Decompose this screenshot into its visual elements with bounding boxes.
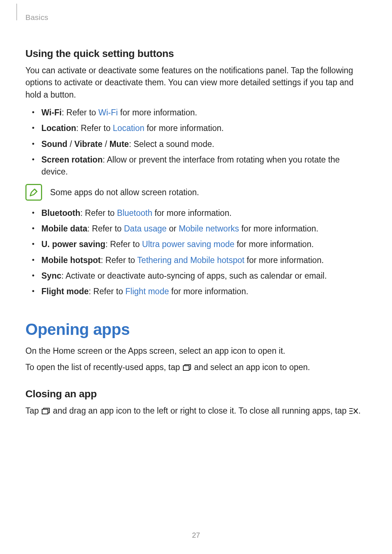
list-item: Sync: Activate or deactivate auto-syncin…: [40, 270, 367, 282]
chapter-name: Basics: [25, 13, 367, 22]
item-label: Flight mode: [41, 287, 89, 296]
recent-apps-icon: [41, 406, 50, 414]
item-label: Vibrate: [74, 139, 103, 149]
text-fragment: .: [358, 406, 360, 415]
item-label: Mute: [109, 139, 129, 149]
text-fragment: Tap: [25, 406, 41, 415]
svg-rect-1: [42, 409, 48, 414]
opening-apps-p1: On the Home screen or the Apps screen, s…: [25, 345, 367, 357]
list-item: Sound / Vibrate / Mute: Select a sound m…: [40, 138, 367, 150]
item-label: U. power saving: [41, 239, 105, 249]
item-text: /: [68, 139, 74, 149]
recent-apps-icon: [182, 363, 192, 371]
list-item: Mobile hotspot: Refer to Tethering and M…: [40, 254, 367, 266]
note-callout: Some apps do not allow screen rotation.: [25, 184, 367, 201]
item-text: : Refer to: [87, 224, 124, 233]
item-label: Location: [41, 123, 76, 133]
item-label: Wi-Fi: [41, 108, 62, 117]
link-data-usage[interactable]: Data usage: [124, 224, 167, 233]
item-label: Bluetooth: [41, 208, 80, 218]
close-all-icon: [349, 406, 358, 414]
list-item: Screen rotation: Allow or prevent the in…: [40, 154, 367, 178]
item-text: for more information.: [244, 255, 324, 265]
closing-app-p1: Tap and drag an app icon to the left or …: [25, 405, 367, 417]
item-label: Sound: [41, 139, 68, 149]
svg-rect-0: [183, 366, 189, 370]
text-fragment: To open the list of recently-used apps, …: [25, 362, 182, 372]
item-label: Mobile hotspot: [41, 255, 101, 265]
list-item: Bluetooth: Refer to Bluetooth for more i…: [40, 207, 367, 219]
item-text: for more information.: [234, 239, 314, 249]
heading-quick-settings: Using the quick setting buttons: [25, 48, 367, 59]
link-flight-mode[interactable]: Flight mode: [125, 287, 169, 296]
note-pen-icon: [25, 184, 42, 201]
item-text: : Refer to: [76, 123, 113, 133]
item-text: or: [167, 224, 179, 233]
list-item: Mobile data: Refer to Data usage or Mobi…: [40, 223, 367, 235]
list-item: Wi-Fi: Refer to Wi-Fi for more informati…: [40, 107, 367, 119]
link-mobile-networks[interactable]: Mobile networks: [179, 224, 239, 233]
intro-paragraph: You can activate or deactivate some feat…: [25, 65, 367, 101]
link-wifi[interactable]: Wi-Fi: [98, 108, 118, 117]
header-divider: [16, 4, 17, 20]
item-text: for more information.: [169, 287, 248, 296]
item-label: Mobile data: [41, 224, 87, 233]
heading-closing-app: Closing an app: [25, 388, 367, 400]
quick-settings-list-2: Bluetooth: Refer to Bluetooth for more i…: [25, 207, 367, 298]
link-location[interactable]: Location: [113, 123, 144, 133]
list-item: Location: Refer to Location for more inf…: [40, 122, 367, 134]
list-item: U. power saving: Refer to Ultra power sa…: [40, 238, 367, 250]
text-fragment: and select an app icon to open.: [192, 362, 310, 372]
page-number: 27: [0, 531, 392, 539]
item-text: for more information.: [152, 208, 232, 218]
item-text: for more information.: [144, 123, 224, 133]
item-text: : Refer to: [89, 287, 125, 296]
opening-apps-p2: To open the list of recently-used apps, …: [25, 361, 367, 373]
item-text: : Activate or deactivate auto-syncing of…: [61, 271, 327, 280]
item-text: : Refer to: [62, 108, 98, 117]
link-tethering-hotspot[interactable]: Tethering and Mobile hotspot: [137, 255, 244, 265]
link-bluetooth[interactable]: Bluetooth: [117, 208, 152, 218]
item-text: : Refer to: [101, 255, 138, 265]
item-text: : Refer to: [80, 208, 117, 218]
item-text: for more information.: [239, 224, 319, 233]
page-content: Basics Using the quick setting buttons Y…: [0, 0, 392, 417]
link-ultra-power-saving[interactable]: Ultra power saving mode: [142, 239, 234, 249]
item-label: Sync: [41, 271, 61, 280]
note-text: Some apps do not allow screen rotation.: [50, 186, 199, 198]
item-text: for more information.: [118, 108, 197, 117]
list-item: Flight mode: Refer to Flight mode for mo…: [40, 286, 367, 297]
item-text: : Select a sound mode.: [129, 139, 214, 149]
item-text: /: [102, 139, 109, 149]
text-fragment: and drag an app icon to the left or righ…: [50, 406, 349, 415]
quick-settings-list-1: Wi-Fi: Refer to Wi-Fi for more informati…: [25, 107, 367, 178]
heading-opening-apps: Opening apps: [25, 320, 367, 338]
item-label: Screen rotation: [41, 155, 103, 164]
item-text: : Refer to: [105, 239, 142, 249]
